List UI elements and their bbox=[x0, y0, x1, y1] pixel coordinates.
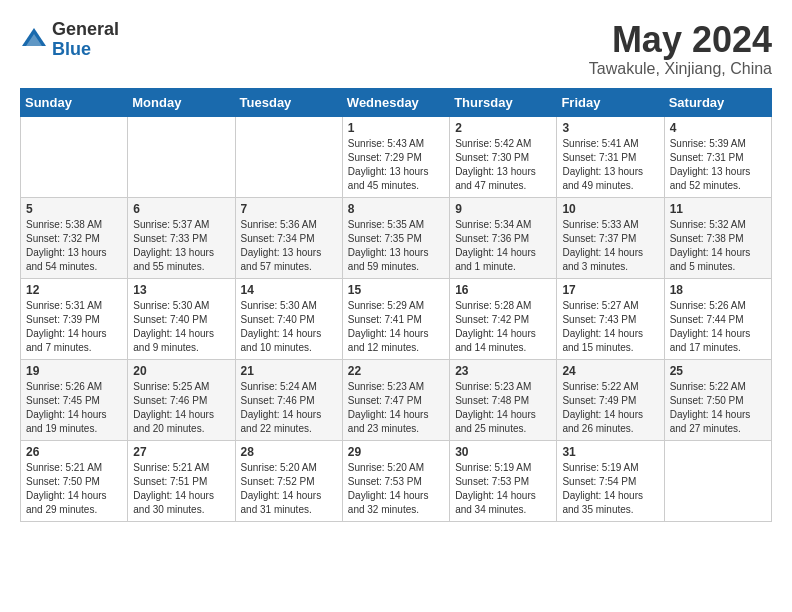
day-number: 7 bbox=[241, 202, 337, 216]
day-info: Sunrise: 5:38 AM Sunset: 7:32 PM Dayligh… bbox=[26, 218, 122, 274]
calendar-body: 1Sunrise: 5:43 AM Sunset: 7:29 PM Daylig… bbox=[21, 116, 772, 521]
weekday-header: Sunday bbox=[21, 88, 128, 116]
day-info: Sunrise: 5:30 AM Sunset: 7:40 PM Dayligh… bbox=[133, 299, 229, 355]
day-info: Sunrise: 5:37 AM Sunset: 7:33 PM Dayligh… bbox=[133, 218, 229, 274]
calendar-day-cell: 18Sunrise: 5:26 AM Sunset: 7:44 PM Dayli… bbox=[664, 278, 771, 359]
calendar-day-cell: 20Sunrise: 5:25 AM Sunset: 7:46 PM Dayli… bbox=[128, 359, 235, 440]
day-info: Sunrise: 5:26 AM Sunset: 7:45 PM Dayligh… bbox=[26, 380, 122, 436]
weekday-header: Wednesday bbox=[342, 88, 449, 116]
calendar-day-cell: 7Sunrise: 5:36 AM Sunset: 7:34 PM Daylig… bbox=[235, 197, 342, 278]
day-info: Sunrise: 5:25 AM Sunset: 7:46 PM Dayligh… bbox=[133, 380, 229, 436]
day-number: 28 bbox=[241, 445, 337, 459]
day-number: 31 bbox=[562, 445, 658, 459]
calendar-day-cell: 5Sunrise: 5:38 AM Sunset: 7:32 PM Daylig… bbox=[21, 197, 128, 278]
day-info: Sunrise: 5:42 AM Sunset: 7:30 PM Dayligh… bbox=[455, 137, 551, 193]
calendar-day-cell: 13Sunrise: 5:30 AM Sunset: 7:40 PM Dayli… bbox=[128, 278, 235, 359]
day-number: 29 bbox=[348, 445, 444, 459]
calendar-header: SundayMondayTuesdayWednesdayThursdayFrid… bbox=[21, 88, 772, 116]
day-number: 24 bbox=[562, 364, 658, 378]
day-info: Sunrise: 5:43 AM Sunset: 7:29 PM Dayligh… bbox=[348, 137, 444, 193]
day-info: Sunrise: 5:32 AM Sunset: 7:38 PM Dayligh… bbox=[670, 218, 766, 274]
day-info: Sunrise: 5:34 AM Sunset: 7:36 PM Dayligh… bbox=[455, 218, 551, 274]
day-info: Sunrise: 5:21 AM Sunset: 7:51 PM Dayligh… bbox=[133, 461, 229, 517]
calendar-day-cell: 21Sunrise: 5:24 AM Sunset: 7:46 PM Dayli… bbox=[235, 359, 342, 440]
day-info: Sunrise: 5:21 AM Sunset: 7:50 PM Dayligh… bbox=[26, 461, 122, 517]
day-number: 22 bbox=[348, 364, 444, 378]
day-number: 20 bbox=[133, 364, 229, 378]
title-area: May 2024 Tawakule, Xinjiang, China bbox=[589, 20, 772, 78]
month-title: May 2024 bbox=[589, 20, 772, 60]
calendar-day-cell bbox=[235, 116, 342, 197]
weekday-header: Thursday bbox=[450, 88, 557, 116]
day-info: Sunrise: 5:41 AM Sunset: 7:31 PM Dayligh… bbox=[562, 137, 658, 193]
calendar-day-cell: 29Sunrise: 5:20 AM Sunset: 7:53 PM Dayli… bbox=[342, 440, 449, 521]
day-number: 1 bbox=[348, 121, 444, 135]
calendar-day-cell bbox=[21, 116, 128, 197]
calendar-day-cell: 12Sunrise: 5:31 AM Sunset: 7:39 PM Dayli… bbox=[21, 278, 128, 359]
calendar-day-cell: 19Sunrise: 5:26 AM Sunset: 7:45 PM Dayli… bbox=[21, 359, 128, 440]
calendar-day-cell: 16Sunrise: 5:28 AM Sunset: 7:42 PM Dayli… bbox=[450, 278, 557, 359]
day-number: 23 bbox=[455, 364, 551, 378]
weekday-header: Friday bbox=[557, 88, 664, 116]
calendar-week-row: 1Sunrise: 5:43 AM Sunset: 7:29 PM Daylig… bbox=[21, 116, 772, 197]
logo-text: General Blue bbox=[52, 20, 119, 60]
day-number: 25 bbox=[670, 364, 766, 378]
logo-icon bbox=[20, 26, 48, 54]
day-info: Sunrise: 5:30 AM Sunset: 7:40 PM Dayligh… bbox=[241, 299, 337, 355]
calendar-day-cell: 23Sunrise: 5:23 AM Sunset: 7:48 PM Dayli… bbox=[450, 359, 557, 440]
day-number: 16 bbox=[455, 283, 551, 297]
calendar-day-cell: 27Sunrise: 5:21 AM Sunset: 7:51 PM Dayli… bbox=[128, 440, 235, 521]
day-info: Sunrise: 5:23 AM Sunset: 7:47 PM Dayligh… bbox=[348, 380, 444, 436]
day-info: Sunrise: 5:28 AM Sunset: 7:42 PM Dayligh… bbox=[455, 299, 551, 355]
day-number: 2 bbox=[455, 121, 551, 135]
day-number: 15 bbox=[348, 283, 444, 297]
calendar-day-cell: 9Sunrise: 5:34 AM Sunset: 7:36 PM Daylig… bbox=[450, 197, 557, 278]
day-info: Sunrise: 5:20 AM Sunset: 7:52 PM Dayligh… bbox=[241, 461, 337, 517]
day-info: Sunrise: 5:24 AM Sunset: 7:46 PM Dayligh… bbox=[241, 380, 337, 436]
calendar-day-cell: 2Sunrise: 5:42 AM Sunset: 7:30 PM Daylig… bbox=[450, 116, 557, 197]
calendar-day-cell: 4Sunrise: 5:39 AM Sunset: 7:31 PM Daylig… bbox=[664, 116, 771, 197]
calendar-day-cell bbox=[128, 116, 235, 197]
calendar-day-cell: 26Sunrise: 5:21 AM Sunset: 7:50 PM Dayli… bbox=[21, 440, 128, 521]
calendar-day-cell: 1Sunrise: 5:43 AM Sunset: 7:29 PM Daylig… bbox=[342, 116, 449, 197]
calendar-day-cell: 6Sunrise: 5:37 AM Sunset: 7:33 PM Daylig… bbox=[128, 197, 235, 278]
calendar-day-cell: 15Sunrise: 5:29 AM Sunset: 7:41 PM Dayli… bbox=[342, 278, 449, 359]
day-number: 9 bbox=[455, 202, 551, 216]
calendar-day-cell: 31Sunrise: 5:19 AM Sunset: 7:54 PM Dayli… bbox=[557, 440, 664, 521]
day-number: 27 bbox=[133, 445, 229, 459]
day-number: 11 bbox=[670, 202, 766, 216]
calendar-table: SundayMondayTuesdayWednesdayThursdayFrid… bbox=[20, 88, 772, 522]
calendar-day-cell: 25Sunrise: 5:22 AM Sunset: 7:50 PM Dayli… bbox=[664, 359, 771, 440]
day-info: Sunrise: 5:33 AM Sunset: 7:37 PM Dayligh… bbox=[562, 218, 658, 274]
location-subtitle: Tawakule, Xinjiang, China bbox=[589, 60, 772, 78]
calendar-day-cell: 24Sunrise: 5:22 AM Sunset: 7:49 PM Dayli… bbox=[557, 359, 664, 440]
day-info: Sunrise: 5:39 AM Sunset: 7:31 PM Dayligh… bbox=[670, 137, 766, 193]
calendar-day-cell: 3Sunrise: 5:41 AM Sunset: 7:31 PM Daylig… bbox=[557, 116, 664, 197]
calendar-day-cell: 14Sunrise: 5:30 AM Sunset: 7:40 PM Dayli… bbox=[235, 278, 342, 359]
day-number: 3 bbox=[562, 121, 658, 135]
calendar-day-cell: 30Sunrise: 5:19 AM Sunset: 7:53 PM Dayli… bbox=[450, 440, 557, 521]
calendar-week-row: 5Sunrise: 5:38 AM Sunset: 7:32 PM Daylig… bbox=[21, 197, 772, 278]
calendar-day-cell: 22Sunrise: 5:23 AM Sunset: 7:47 PM Dayli… bbox=[342, 359, 449, 440]
calendar-day-cell: 17Sunrise: 5:27 AM Sunset: 7:43 PM Dayli… bbox=[557, 278, 664, 359]
day-info: Sunrise: 5:27 AM Sunset: 7:43 PM Dayligh… bbox=[562, 299, 658, 355]
day-number: 12 bbox=[26, 283, 122, 297]
page-header: General Blue May 2024 Tawakule, Xinjiang… bbox=[20, 20, 772, 78]
day-number: 18 bbox=[670, 283, 766, 297]
day-number: 5 bbox=[26, 202, 122, 216]
day-number: 13 bbox=[133, 283, 229, 297]
day-number: 6 bbox=[133, 202, 229, 216]
day-info: Sunrise: 5:31 AM Sunset: 7:39 PM Dayligh… bbox=[26, 299, 122, 355]
day-number: 10 bbox=[562, 202, 658, 216]
weekday-header: Monday bbox=[128, 88, 235, 116]
calendar-day-cell bbox=[664, 440, 771, 521]
calendar-day-cell: 28Sunrise: 5:20 AM Sunset: 7:52 PM Dayli… bbox=[235, 440, 342, 521]
day-info: Sunrise: 5:35 AM Sunset: 7:35 PM Dayligh… bbox=[348, 218, 444, 274]
day-number: 19 bbox=[26, 364, 122, 378]
day-info: Sunrise: 5:19 AM Sunset: 7:53 PM Dayligh… bbox=[455, 461, 551, 517]
day-number: 26 bbox=[26, 445, 122, 459]
day-number: 30 bbox=[455, 445, 551, 459]
weekday-header-row: SundayMondayTuesdayWednesdayThursdayFrid… bbox=[21, 88, 772, 116]
day-info: Sunrise: 5:29 AM Sunset: 7:41 PM Dayligh… bbox=[348, 299, 444, 355]
day-info: Sunrise: 5:22 AM Sunset: 7:50 PM Dayligh… bbox=[670, 380, 766, 436]
